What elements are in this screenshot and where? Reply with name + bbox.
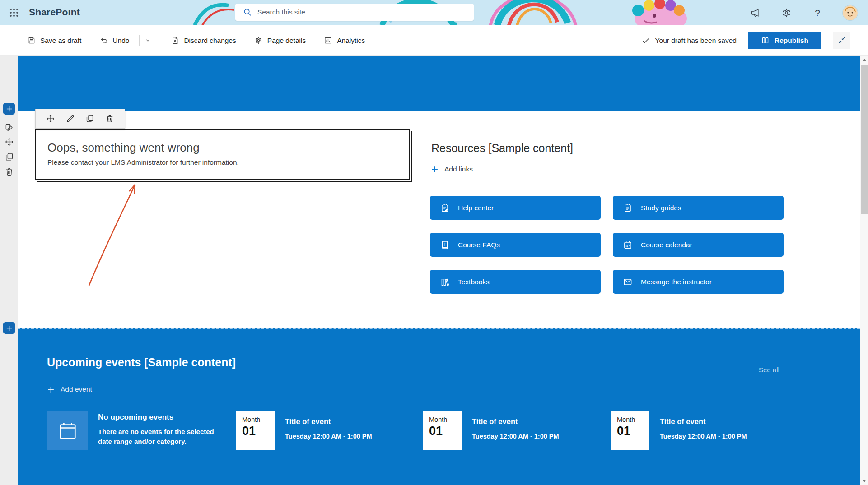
move-webpart-icon[interactable] <box>46 114 56 124</box>
event-card[interactable]: Title of event Tuesday 12:00 AM - 1:00 P… <box>472 417 559 440</box>
settings-gear-icon[interactable] <box>780 7 792 19</box>
app-launcher-waffle-icon[interactable] <box>8 6 20 19</box>
page-details-gear-icon <box>254 36 263 45</box>
resource-link-study-guides[interactable]: Study guides <box>613 196 784 220</box>
undo-icon <box>99 36 108 45</box>
republish-pages-icon <box>761 36 770 45</box>
resource-link-course-calendar[interactable]: Course calendar <box>613 233 784 257</box>
suite-bar: SharePoint <box>0 0 868 25</box>
upcoming-events-section: Upcoming events [Sample content] Add eve… <box>18 328 860 485</box>
scroll-down-icon[interactable] <box>860 477 868 485</box>
edit-webpart-pencil-icon[interactable] <box>65 114 75 124</box>
duplicate-webpart-icon[interactable] <box>85 114 95 124</box>
scrollbar-thumb[interactable] <box>861 65 868 214</box>
save-as-draft-button[interactable]: Save as draft <box>27 36 81 45</box>
resource-link-message-instructor[interactable]: Message the instructor <box>613 270 784 294</box>
vertical-scrollbar[interactable] <box>860 56 868 485</box>
move-section-icon[interactable] <box>5 137 14 147</box>
save-icon <box>27 36 36 45</box>
event-date-tile[interactable]: Month 01 <box>423 411 462 450</box>
mail-icon <box>623 277 633 287</box>
delete-webpart-icon[interactable] <box>105 114 115 124</box>
no-events-calendar-icon <box>47 411 88 450</box>
editor-left-rail <box>0 56 18 485</box>
command-bar: Save as draft Undo <box>0 25 868 56</box>
resource-link-course-faqs[interactable]: Course FAQs <box>430 233 601 257</box>
plus-icon <box>47 386 55 393</box>
page-details-button[interactable]: Page details <box>254 36 306 45</box>
event-date-tile[interactable]: Month 01 <box>236 411 275 450</box>
collapse-editor-icon[interactable] <box>833 32 850 49</box>
add-section-top-button[interactable] <box>3 103 15 115</box>
checkmark-icon <box>642 37 650 45</box>
error-webpart[interactable]: Oops, something went wrong Please contac… <box>35 129 410 180</box>
discard-icon <box>171 36 179 45</box>
error-subtitle: Please contact your LMS Administrator fo… <box>47 158 409 166</box>
account-avatar[interactable] <box>843 5 858 20</box>
scroll-up-icon[interactable] <box>860 56 868 64</box>
command-bar-left: Save as draft Undo <box>27 35 365 46</box>
divider <box>139 35 140 46</box>
event-card[interactable]: Title of event Tuesday 12:00 AM - 1:00 P… <box>660 417 747 440</box>
undo-split-button: Undo <box>99 35 153 46</box>
add-event-button[interactable]: Add event <box>47 385 92 393</box>
sharepoint-page-editor: SharePoint <box>0 0 868 485</box>
announcements-megaphone-icon[interactable] <box>749 7 761 19</box>
duplicate-section-icon[interactable] <box>5 152 14 162</box>
page-canvas: Oops, something went wrong Please contac… <box>18 56 860 485</box>
republish-button[interactable]: Republish <box>748 32 821 49</box>
calendar-dots-icon <box>623 240 633 250</box>
book-info-icon <box>440 240 450 250</box>
resource-link-help-center[interactable]: Help center <box>430 196 601 220</box>
discard-changes-button[interactable]: Discard changes <box>171 36 236 45</box>
books-icon <box>440 277 450 287</box>
search-icon <box>243 8 252 17</box>
plus-icon <box>431 166 439 173</box>
search-input[interactable] <box>257 8 456 16</box>
edit-section-icon[interactable] <box>5 123 14 132</box>
notebook-icon <box>623 203 633 213</box>
event-card[interactable]: Title of event Tuesday 12:00 AM - 1:00 P… <box>285 417 372 440</box>
notebook-pen-icon <box>440 203 450 213</box>
resources-title: Resources [Sample content] <box>431 142 573 155</box>
resource-link-textbooks[interactable]: Textbooks <box>430 270 601 294</box>
hero-banner <box>18 56 860 111</box>
analytics-button[interactable]: Analytics <box>324 36 365 45</box>
suite-actions: ? <box>749 0 858 25</box>
analytics-chart-icon <box>324 36 332 45</box>
add-section-bottom-button[interactable] <box>3 322 15 334</box>
app-title[interactable]: SharePoint <box>29 7 80 18</box>
add-links-button[interactable]: Add links <box>431 165 473 173</box>
webpart-toolbar <box>35 109 125 129</box>
see-all-link[interactable]: See all <box>759 366 779 374</box>
command-bar-right: Your draft has been saved Republish <box>642 32 850 49</box>
no-events-message: No upcoming events There are no events f… <box>98 413 229 447</box>
site-search[interactable] <box>235 4 474 21</box>
help-icon[interactable]: ? <box>812 7 823 19</box>
undo-button[interactable]: Undo <box>99 36 129 45</box>
events-title: Upcoming events [Sample content] <box>47 356 236 369</box>
event-date-tile[interactable]: Month 01 <box>611 411 649 450</box>
error-title: Oops, something went wrong <box>47 141 409 155</box>
undo-dropdown-chevron-icon[interactable] <box>143 36 153 45</box>
delete-section-icon[interactable] <box>5 167 14 176</box>
save-status: Your draft has been saved <box>642 37 737 45</box>
